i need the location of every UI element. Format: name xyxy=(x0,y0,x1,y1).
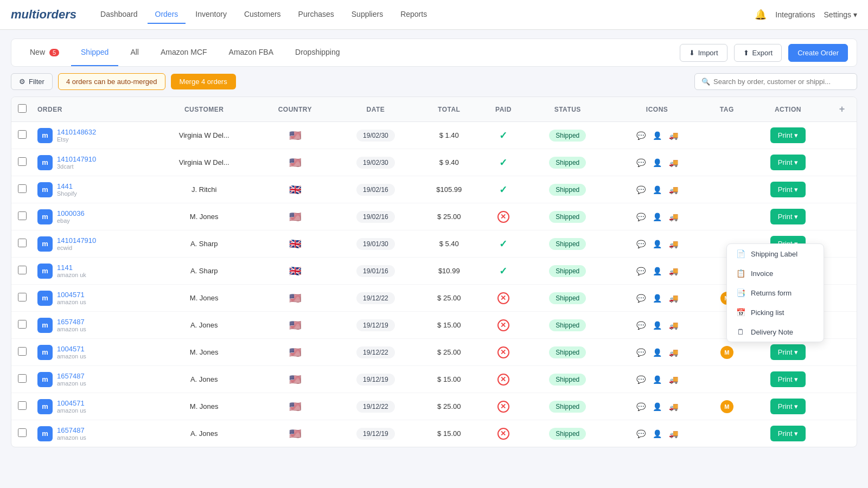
row-checkbox[interactable] xyxy=(18,428,27,437)
tab-new[interactable]: New 5 xyxy=(20,39,69,66)
nav-settings[interactable]: Settings ▾ xyxy=(824,10,857,19)
tab-dropshipping[interactable]: Dropshipping xyxy=(285,39,350,66)
nav-reports[interactable]: Reports xyxy=(393,5,435,24)
note-icon[interactable]: 💬 xyxy=(634,427,647,440)
row-checkbox[interactable] xyxy=(18,293,27,301)
row-checkbox[interactable] xyxy=(18,401,27,410)
note-icon[interactable]: 💬 xyxy=(634,346,647,359)
truck-icon[interactable]: 🚚 xyxy=(667,210,680,223)
print-button[interactable]: Print ▾ xyxy=(770,182,806,197)
note-icon[interactable]: 💬 xyxy=(634,183,647,196)
dropdown-shipping-label[interactable]: 📄 Shipping Label xyxy=(727,244,824,264)
row-checkbox[interactable] xyxy=(18,184,27,193)
row-checkbox[interactable] xyxy=(18,239,27,247)
dropdown-delivery-note[interactable]: 🗒 Delivery Note xyxy=(727,322,824,342)
person-icon[interactable]: 👤 xyxy=(650,346,663,359)
person-icon[interactable]: 👤 xyxy=(650,400,663,413)
search-input[interactable] xyxy=(713,78,850,86)
truck-icon[interactable]: 🚚 xyxy=(667,156,680,169)
nav-dashboard[interactable]: Dashboard xyxy=(93,5,145,24)
order-id[interactable]: 1657487 xyxy=(57,318,86,326)
print-button[interactable]: Print ▾ xyxy=(770,344,806,360)
dropdown-invoice[interactable]: 📋 Invoice xyxy=(727,264,824,283)
row-checkbox[interactable] xyxy=(18,347,27,356)
print-button[interactable]: Print ▾ xyxy=(770,155,806,170)
order-id[interactable]: 1004571 xyxy=(57,345,86,353)
note-icon[interactable]: 💬 xyxy=(634,129,647,142)
table-row: m 1000036 ebay M. Jones🇺🇸19/02/16$ 25.00… xyxy=(11,203,857,230)
row-checkbox[interactable] xyxy=(18,266,27,274)
tab-shipped[interactable]: Shipped xyxy=(71,39,118,66)
person-icon[interactable]: 👤 xyxy=(650,129,663,142)
app-logo[interactable]: multiorders xyxy=(11,8,76,22)
truck-icon[interactable]: 🚚 xyxy=(667,427,680,440)
print-button[interactable]: Print ▾ xyxy=(770,127,806,143)
truck-icon[interactable]: 🚚 xyxy=(667,237,680,251)
nav-customers[interactable]: Customers xyxy=(237,5,289,24)
note-icon[interactable]: 💬 xyxy=(634,319,647,332)
tab-amazon-fba[interactable]: Amazon FBA xyxy=(219,39,283,66)
dropdown-returns-form[interactable]: 📑 Returns form xyxy=(727,283,824,303)
nav-orders[interactable]: Orders xyxy=(148,5,186,24)
truck-icon[interactable]: 🚚 xyxy=(667,400,680,413)
order-id[interactable]: 1410147910 xyxy=(57,236,96,245)
truck-icon[interactable]: 🚚 xyxy=(667,265,680,278)
import-button[interactable]: ⬇ Import xyxy=(680,44,727,62)
export-button[interactable]: ⬆ Export xyxy=(734,44,782,62)
create-order-button[interactable]: Create Order xyxy=(788,44,848,62)
order-id[interactable]: 1000036 xyxy=(57,209,85,217)
truck-icon[interactable]: 🚚 xyxy=(667,319,680,332)
note-icon[interactable]: 💬 xyxy=(634,265,647,278)
order-id[interactable]: 1657487 xyxy=(57,426,86,434)
row-checkbox[interactable] xyxy=(18,320,27,329)
row-checkbox[interactable] xyxy=(18,130,27,139)
print-button[interactable]: Print ▾ xyxy=(770,209,806,224)
person-icon[interactable]: 👤 xyxy=(650,210,663,223)
truck-icon[interactable]: 🚚 xyxy=(667,183,680,196)
row-checkbox[interactable] xyxy=(18,374,27,383)
person-icon[interactable]: 👤 xyxy=(650,183,663,196)
order-id[interactable]: 1657487 xyxy=(57,372,86,380)
nav-inventory[interactable]: Inventory xyxy=(188,5,234,24)
tab-all[interactable]: All xyxy=(120,39,149,66)
person-icon[interactable]: 👤 xyxy=(650,373,663,386)
order-id[interactable]: 1141 xyxy=(57,264,86,272)
paid-cell: ✕ xyxy=(480,339,526,366)
print-button[interactable]: Print ▾ xyxy=(770,426,806,441)
filter-button[interactable]: ⚙ Filter xyxy=(11,73,53,90)
person-icon[interactable]: 👤 xyxy=(650,319,663,332)
note-icon[interactable]: 💬 xyxy=(634,400,647,413)
truck-icon[interactable]: 🚚 xyxy=(667,373,680,386)
print-button[interactable]: Print ▾ xyxy=(770,399,806,414)
row-checkbox[interactable] xyxy=(18,211,27,220)
select-all-checkbox[interactable] xyxy=(18,104,27,113)
row-checkbox[interactable] xyxy=(18,157,27,166)
truck-icon[interactable]: 🚚 xyxy=(667,129,680,142)
nav-suppliers[interactable]: Suppliers xyxy=(344,5,391,24)
merge-button[interactable]: Merge 4 orders xyxy=(171,74,236,89)
note-icon[interactable]: 💬 xyxy=(634,210,647,223)
nav-purchases[interactable]: Purchases xyxy=(291,5,342,24)
order-id[interactable]: 1004571 xyxy=(57,399,86,407)
truck-icon[interactable]: 🚚 xyxy=(667,292,680,305)
nav-integrations[interactable]: Integrations xyxy=(775,10,815,19)
order-id[interactable]: 1441 xyxy=(57,182,77,190)
person-icon[interactable]: 👤 xyxy=(650,427,663,440)
order-id[interactable]: 1410147910 xyxy=(57,155,96,163)
bell-icon[interactable]: 🔔 xyxy=(755,9,767,21)
person-icon[interactable]: 👤 xyxy=(650,265,663,278)
note-icon[interactable]: 💬 xyxy=(634,292,647,305)
tab-amazon-mcf[interactable]: Amazon MCF xyxy=(151,39,217,66)
person-icon[interactable]: 👤 xyxy=(650,156,663,169)
note-icon[interactable]: 💬 xyxy=(634,237,647,251)
person-icon[interactable]: 👤 xyxy=(650,237,663,251)
note-icon[interactable]: 💬 xyxy=(634,373,647,386)
person-icon[interactable]: 👤 xyxy=(650,292,663,305)
note-icon[interactable]: 💬 xyxy=(634,156,647,169)
truck-icon[interactable]: 🚚 xyxy=(667,346,680,359)
order-id[interactable]: 1410148632 xyxy=(57,128,96,136)
add-column-icon[interactable]: + xyxy=(839,104,845,114)
dropdown-picking-list[interactable]: 📅 Picking list xyxy=(727,303,824,322)
order-id[interactable]: 1004571 xyxy=(57,291,86,299)
print-button[interactable]: Print ▾ xyxy=(770,371,806,387)
